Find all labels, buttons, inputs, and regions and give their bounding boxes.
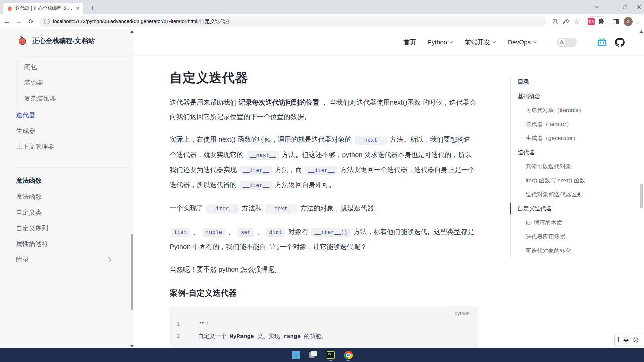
sidebar-item-magic-methods[interactable]: 魔法函数: [16, 189, 127, 204]
toc-item[interactable]: 可迭代对象（iterable）: [518, 103, 638, 117]
chrome-icon: [344, 351, 353, 359]
code-line: 1 """: [170, 318, 478, 330]
sidebar-item-custom-sequence[interactable]: 自定义序列: [16, 220, 127, 236]
sidebar-item-descriptor[interactable]: 属性描述符: [16, 236, 127, 252]
toc-item[interactable]: 可迭代对象的转化: [518, 244, 638, 258]
window-close-icon[interactable]: [637, 5, 641, 9]
toc-item[interactable]: 判断可以迭代对象: [518, 159, 638, 173]
url-text[interactable]: localhost:5173/python/03.advanced/08.gen…: [53, 18, 230, 25]
sidebar-scrollbar[interactable]: [131, 29, 133, 348]
main-scrollbar[interactable]: [639, 29, 643, 348]
sidebar-item-context-manager[interactable]: 上下文管理器: [16, 139, 127, 155]
sidebar-item-iterator[interactable]: 迭代器: [16, 107, 127, 123]
zoom-page-icon[interactable]: [551, 17, 560, 26]
share-icon[interactable]: [562, 17, 571, 26]
toc-item[interactable]: 迭代对象和迭代器区别: [518, 187, 638, 201]
toc-rail: [510, 77, 511, 258]
toc-item[interactable]: 基础概念: [518, 89, 638, 103]
scroll-down-icon[interactable]: [130, 345, 134, 347]
browser-menu-icon[interactable]: ⋮: [635, 18, 641, 25]
doc-header: 首页 Python 前端开发 DevOps: [133, 29, 644, 55]
toc-item[interactable]: 迭代器应用场景: [518, 230, 638, 244]
sidebar-item-generator[interactable]: 生成器: [16, 123, 127, 139]
chrome-button[interactable]: [343, 349, 353, 361]
toc-item[interactable]: iter() 函数与 next() 函数: [518, 173, 638, 187]
code-language-label: python: [454, 310, 470, 316]
translate-extension-icon[interactable]: 文A: [588, 18, 595, 25]
sidebar-item-complex-decorator[interactable]: 复杂装饰器: [24, 90, 127, 106]
window-minimize-icon[interactable]: [608, 5, 613, 9]
chevron-right-icon: [108, 257, 111, 262]
start-button[interactable]: [291, 349, 301, 361]
windows-logo-icon: [292, 351, 300, 359]
theme-toggle[interactable]: [557, 38, 577, 47]
url-bar[interactable]: i localhost:5173/python/03.advanced/08.g…: [39, 16, 546, 27]
line-number: 2: [170, 330, 187, 342]
toc-item[interactable]: 迭代器: [518, 145, 638, 159]
extensions-puzzle-icon[interactable]: [598, 18, 605, 25]
ime-settings-gear-icon[interactable]: [633, 337, 639, 343]
doc-sidebar: 正心全栈编程-文档站 闭包 装饰器 复杂装饰器 迭代器 生成器 上下文管理器 魔…: [0, 29, 133, 348]
code-block: python 1 """ 2 自定义一个 MyRange 类。实现 range …: [170, 306, 478, 348]
page-info-icon[interactable]: i: [44, 19, 50, 24]
social-links: [597, 38, 625, 47]
sidebar-divider: [16, 58, 131, 58]
toc-active-marker: [510, 203, 511, 214]
toc-item[interactable]: for 循环的本质: [518, 216, 638, 230]
chevron-down-icon: [492, 41, 496, 43]
github-icon[interactable]: [615, 38, 625, 47]
pycharm-button[interactable]: PC: [326, 349, 336, 361]
nav-home[interactable]: 首页: [403, 38, 416, 47]
side-panel-icon[interactable]: [612, 17, 621, 26]
toc-item[interactable]: 生成器（generator）: [518, 131, 638, 145]
chevron-down-icon: [533, 41, 537, 43]
site-favicon-icon: [7, 5, 13, 11]
running-indicator: [329, 360, 332, 361]
sidebar-item-closure[interactable]: 闭包: [24, 59, 127, 75]
sidebar-item-appendix[interactable]: 附录: [16, 252, 127, 267]
scroll-up-icon[interactable]: [640, 30, 643, 33]
site-title: 正心全栈编程-文档站: [32, 36, 95, 45]
header-divider: [547, 38, 547, 47]
toc-title: 目录: [518, 75, 638, 89]
sidebar-divider: [16, 167, 131, 167]
paragraph-1: 迭代器是用来帮助我们 记录每次迭代访问到的位置 ， 当我们对迭代器使用next(…: [170, 95, 478, 124]
sidebar-item-decorator[interactable]: 装饰器: [24, 75, 127, 90]
code-line: 2 自定义一个 MyRange 类。实现 range 的功能。: [170, 330, 478, 342]
toc-list: 基础概念可迭代对象（iterable）迭代器（iterator）生成器（gene…: [518, 89, 638, 258]
chevron-down-icon: [449, 41, 453, 43]
window-chevron-icon[interactable]: [594, 5, 599, 9]
sidebar-item-custom-class[interactable]: 自定义类: [16, 204, 127, 220]
site-brand[interactable]: 正心全栈编程-文档站: [17, 36, 95, 46]
header-divider: [587, 38, 587, 47]
ime-language-indicator[interactable]: 英: [623, 336, 629, 344]
sidebar-scroll-thumb[interactable]: [131, 234, 133, 310]
ime-caret-icon: [618, 337, 619, 342]
forward-button[interactable]: →: [14, 17, 24, 27]
page-title: 自定义迭代器: [170, 70, 478, 85]
new-tab-button[interactable]: +: [88, 3, 97, 13]
nav-devops[interactable]: DevOps: [507, 39, 537, 46]
profile-avatar[interactable]: X: [624, 17, 633, 26]
article: 自定义迭代器 迭代器是用来帮助我们 记录每次迭代访问到的位置 ， 当我们对迭代器…: [170, 55, 478, 348]
window-controls: [594, 0, 641, 14]
doc-nav: 首页 Python 前端开发 DevOps: [403, 38, 537, 47]
bookmark-star-icon[interactable]: ☆: [572, 17, 581, 26]
tab-close-icon[interactable]: ✕: [76, 6, 80, 11]
file-explorer-button[interactable]: [308, 349, 318, 361]
reload-button[interactable]: ⟳: [26, 17, 36, 27]
paragraph-3: 一个实现了 __iter__ 方法和 __next__ 方法的对象，就是迭代器。: [170, 201, 478, 216]
main-scroll-thumb[interactable]: [640, 184, 643, 208]
theme-knob: [558, 39, 566, 46]
nav-frontend[interactable]: 前端开发: [465, 38, 496, 47]
paragraph-4: list 、 tuple 、 set 、 dict 对象有 __iter__()…: [170, 225, 478, 254]
browser-tab[interactable]: 迭代器 | 正心全栈编程-文档站 ✕: [3, 3, 83, 14]
nav-python[interactable]: Python: [427, 39, 453, 46]
toc-item[interactable]: 自定义迭代器: [518, 201, 638, 216]
back-button[interactable]: ←: [2, 17, 12, 27]
window-restore-icon[interactable]: [623, 5, 627, 9]
bilibili-icon[interactable]: [597, 38, 607, 47]
code-lines: 1 """ 2 自定义一个 MyRange 类。实现 range 的功能。: [170, 318, 478, 342]
page-viewport: 正心全栈编程-文档站 闭包 装饰器 复杂装饰器 迭代器 生成器 上下文管理器 魔…: [0, 29, 644, 348]
toc-item[interactable]: 迭代器（iterator）: [518, 117, 638, 131]
